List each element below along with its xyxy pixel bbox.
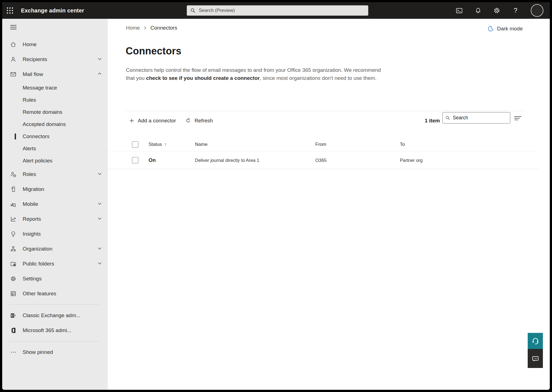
row-name[interactable]: Deliver journal directly to Area 1 xyxy=(195,158,259,163)
top-bar: Exchange admin center xyxy=(2,2,550,19)
sidebar-item-label: Mail flow xyxy=(23,71,43,77)
column-header-status[interactable]: Status↑ xyxy=(149,142,167,147)
topbar-icons: ? xyxy=(456,2,543,19)
global-search-input[interactable] xyxy=(199,8,365,13)
row-checkbox[interactable] xyxy=(132,157,138,164)
app-window: Exchange admin center xyxy=(2,2,550,390)
sidebar-item-alert-policies[interactable]: Alert policies xyxy=(2,155,108,167)
sidebar-item-accepted-domains[interactable]: Accepted domains xyxy=(2,118,108,130)
refresh-button[interactable]: Refresh xyxy=(183,116,216,125)
sidebar-item-label: Settings xyxy=(23,276,42,282)
ellipsis-icon xyxy=(10,349,17,356)
dark-mode-label: Dark mode xyxy=(497,26,523,32)
sidebar-item-label: Insights xyxy=(23,231,41,237)
list-search-box[interactable] xyxy=(442,112,510,123)
chevron-down-icon xyxy=(97,171,102,177)
select-all-checkbox[interactable] xyxy=(132,141,138,148)
selected-indicator xyxy=(15,133,16,140)
list-toolbar: Add a connector Refresh xyxy=(126,115,216,127)
global-search-box[interactable] xyxy=(187,5,368,16)
search-icon xyxy=(445,115,450,120)
description-link[interactable]: check to see if you should create a conn… xyxy=(146,75,260,81)
sidebar-item-migration[interactable]: Migration xyxy=(2,182,108,197)
sidebar-item-label: Other features xyxy=(23,291,56,297)
breadcrumb-home-link[interactable]: Home xyxy=(126,25,140,31)
sidebar-item-mobile[interactable]: Mobile xyxy=(2,197,108,212)
sidebar-item-remote-domains[interactable]: Remote domains xyxy=(2,106,108,118)
toolbar-divider xyxy=(126,111,526,111)
refresh-label: Refresh xyxy=(194,118,213,124)
sidebar-item-label: Mobile xyxy=(23,201,38,207)
sidebar-item-home[interactable]: Home xyxy=(2,37,108,52)
sidebar-item-microsoft-365[interactable]: Microsoft 365 admi... xyxy=(2,323,108,338)
sort-ascending-icon: ↑ xyxy=(164,142,167,147)
item-count: 1 item xyxy=(425,118,440,124)
sidebar-item-reports[interactable]: Reports xyxy=(2,212,108,227)
sidebar-item-label: Microsoft 365 admi... xyxy=(23,327,71,333)
sidebar-item-label: Accepted domains xyxy=(23,121,66,127)
refresh-icon xyxy=(185,118,191,124)
envelope-icon xyxy=(10,71,17,78)
sidebar-item-mail-flow[interactable]: Mail flow xyxy=(2,67,108,82)
filter-icon[interactable] xyxy=(513,115,522,122)
sidebar-item-public-folders[interactable]: Public folders xyxy=(2,256,108,271)
sidebar-item-label: Reports xyxy=(23,216,41,222)
terminal-icon[interactable] xyxy=(456,7,463,14)
column-header-to[interactable]: To xyxy=(400,142,405,147)
bell-icon[interactable] xyxy=(474,7,482,14)
account-avatar[interactable] xyxy=(531,4,543,17)
sidebar-item-message-trace[interactable]: Message trace xyxy=(2,82,108,94)
row-status: On xyxy=(149,157,156,163)
sidebar-item-label: Home xyxy=(23,41,37,48)
feedback-button[interactable] xyxy=(528,349,543,368)
table-grid-icon xyxy=(10,290,17,297)
sidebar-item-connectors[interactable]: Connectors xyxy=(2,130,108,143)
page-description: Connectors help control the flow of emai… xyxy=(126,66,383,82)
chevron-down-icon xyxy=(97,56,102,62)
chevron-down-icon xyxy=(97,201,102,207)
app-launcher-icon[interactable] xyxy=(2,2,18,19)
column-header-from[interactable]: From xyxy=(315,142,326,147)
chat-bubble-icon xyxy=(531,354,540,363)
chevron-right-icon xyxy=(143,26,147,30)
help-icon[interactable]: ? xyxy=(512,7,519,14)
sidebar-item-other-features[interactable]: Other features xyxy=(2,286,108,301)
app-title: Exchange admin center xyxy=(21,7,84,14)
hamburger-menu-icon[interactable] xyxy=(2,19,108,35)
list-search-input[interactable] xyxy=(453,115,507,121)
sidebar-item-show-pinned[interactable]: Show pinned xyxy=(2,345,108,360)
dark-mode-toggle[interactable]: Dark mode xyxy=(487,25,523,32)
folder-globe-icon xyxy=(10,261,17,267)
sidebar-item-label: Rules xyxy=(23,97,36,103)
sidebar-item-organization[interactable]: Organization xyxy=(2,241,108,256)
sidebar-item-classic-exchange[interactable]: E Classic Exchange adm... xyxy=(2,308,108,323)
column-header-name[interactable]: Name xyxy=(195,142,207,147)
chevron-down-icon xyxy=(97,216,102,222)
add-connector-button[interactable]: Add a connector xyxy=(126,116,179,125)
help-support-button[interactable] xyxy=(528,333,543,349)
sidebar-item-label: Show pinned xyxy=(23,349,53,355)
main-content: Home Connectors Dark mode Connectors Con… xyxy=(108,19,550,390)
gear-icon[interactable] xyxy=(493,7,500,14)
sidebar-item-recipients[interactable]: Recipients xyxy=(2,52,108,67)
org-chart-icon xyxy=(10,246,17,252)
breadcrumb: Home Connectors xyxy=(126,25,177,31)
sidebar-item-label: Alerts xyxy=(23,146,36,152)
sidebar-divider xyxy=(10,304,100,305)
description-text: , since most organizations don't need to… xyxy=(260,75,377,81)
chevron-up-icon xyxy=(97,71,102,77)
row-to: Partner org xyxy=(400,158,423,163)
sidebar-item-roles[interactable]: Roles xyxy=(2,167,108,182)
sidebar-item-rules[interactable]: Rules xyxy=(2,94,108,106)
chevron-down-icon xyxy=(97,246,102,252)
sidebar-item-settings[interactable]: Settings xyxy=(2,271,108,286)
sidebar-item-insights[interactable]: Insights xyxy=(2,227,108,241)
sidebar-item-label: Remote domains xyxy=(23,109,62,115)
sidebar-item-alerts[interactable]: Alerts xyxy=(2,143,108,155)
row-from: O365 xyxy=(315,158,326,163)
table-row[interactable]: On Deliver journal directly to Area 1 O3… xyxy=(108,152,538,169)
gear-icon xyxy=(10,275,17,282)
sidebar-items: Home Recipients Mail flow xyxy=(2,37,108,360)
sidebar-item-label: Roles xyxy=(23,171,36,177)
headset-icon xyxy=(531,337,540,345)
